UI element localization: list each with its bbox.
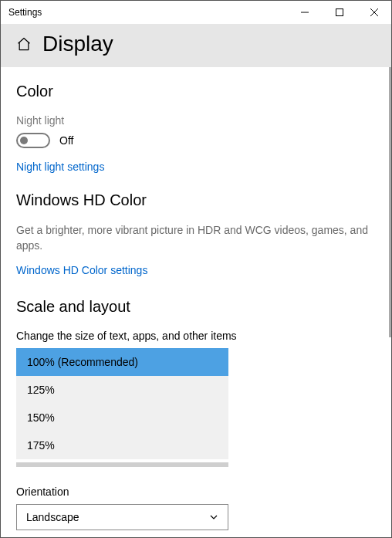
page-header: Display — [1, 24, 391, 67]
scale-listbox-scrollbar[interactable] — [16, 462, 228, 467]
night-light-toggle-row: Off — [16, 133, 376, 148]
night-light-toggle[interactable] — [16, 133, 50, 148]
home-icon — [16, 36, 32, 52]
page-title: Display — [42, 32, 113, 56]
section-color-title: Color — [16, 83, 376, 100]
chevron-down-icon — [209, 513, 218, 522]
scale-size-label: Change the size of text, apps, and other… — [16, 330, 376, 342]
close-button[interactable] — [357, 1, 391, 24]
scale-option-175[interactable]: 175% — [16, 431, 228, 459]
scale-option-150[interactable]: 150% — [16, 404, 228, 431]
content-scrollbar[interactable] — [389, 67, 391, 337]
orientation-label: Orientation — [16, 486, 376, 498]
hdcolor-settings-link[interactable]: Windows HD Color settings — [16, 264, 376, 276]
section-scale-title: Scale and layout — [16, 298, 376, 316]
home-button[interactable] — [16, 36, 32, 52]
close-icon — [370, 8, 378, 16]
window-titlebar: Settings — [1, 1, 391, 24]
orientation-combo[interactable]: Landscape — [16, 504, 228, 530]
night-light-label: Night light — [16, 114, 376, 127]
night-light-settings-link[interactable]: Night light settings — [16, 161, 376, 173]
maximize-button[interactable] — [322, 1, 357, 24]
content-area: Color Night light Off Night light settin… — [1, 67, 391, 536]
night-light-state: Off — [59, 134, 73, 147]
svg-rect-1 — [336, 9, 343, 16]
scale-listbox[interactable]: 100% (Recommended) 125% 150% 175% — [16, 348, 228, 459]
minimize-icon — [301, 8, 309, 16]
minimize-button[interactable] — [287, 1, 322, 24]
orientation-value: Landscape — [26, 511, 79, 523]
hdcolor-description: Get a brighter, more vibrant picture in … — [16, 223, 376, 253]
section-hdcolor-title: Windows HD Color — [16, 191, 376, 209]
toggle-knob — [20, 137, 28, 144]
scale-option-100[interactable]: 100% (Recommended) — [16, 348, 228, 376]
maximize-icon — [336, 8, 343, 16]
window-title: Settings — [1, 7, 287, 18]
window-controls — [287, 1, 391, 24]
scale-option-125[interactable]: 125% — [16, 376, 228, 404]
